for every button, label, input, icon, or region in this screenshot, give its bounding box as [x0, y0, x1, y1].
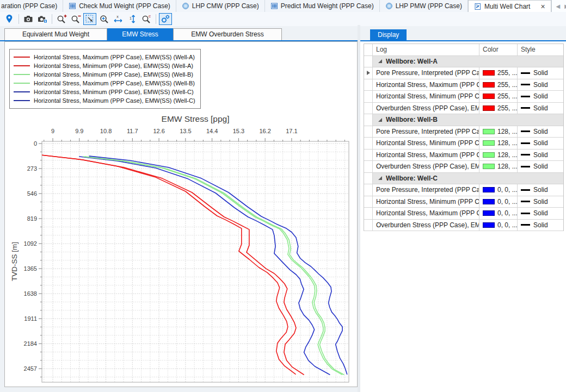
style-cell[interactable]: Solid [518, 196, 563, 208]
log-name-cell: Overburden Stress (PPP Case), EMW(... [373, 103, 479, 114]
view-tab-emw-stress[interactable]: EMW Stress [107, 28, 173, 40]
y-tick-label: 819 [27, 215, 37, 222]
zoom-out-button[interactable] [69, 13, 82, 25]
tab-display[interactable]: Display [370, 29, 407, 41]
log-name-cell: Pore Pressure, Interpreted (PPP Case... [373, 67, 479, 79]
color-value-text: 128, ... [497, 139, 518, 147]
marker-pin-button[interactable] [3, 13, 16, 25]
svg-text:x: x [116, 15, 119, 18]
log-row[interactable]: Horizontal Stress, Minimum (PPP Case...1… [364, 138, 563, 150]
view-tab-emw-overburden-stress[interactable]: EMW Overburden Stress [173, 28, 282, 40]
y-tick-label: 0 [34, 140, 37, 147]
series-curve [79, 157, 330, 375]
reset-zoom-button[interactable]: c [140, 13, 153, 25]
camera-export-button[interactable] [36, 13, 49, 25]
camera-button[interactable] [22, 13, 35, 25]
style-cell[interactable]: Solid [518, 138, 563, 149]
legend-line-sample [14, 91, 30, 92]
row-indicator-cell [364, 184, 373, 196]
row-indicator-cell [364, 114, 373, 126]
log-row[interactable]: Horizontal Stress, Minimum (PPP Case...0… [364, 196, 563, 208]
color-cell[interactable]: 128, ... [479, 138, 518, 149]
fit-x-axis-button[interactable]: x [112, 13, 125, 25]
rubber-band-zoom-button[interactable] [83, 13, 96, 25]
document-tab-bar: aration (PPP Case)Check Mud Weight (PPP … [0, 0, 566, 12]
style-cell[interactable]: Solid [518, 103, 563, 114]
style-cell[interactable]: Solid [518, 91, 563, 102]
color-cell[interactable]: 255, ... [479, 103, 518, 114]
log-row[interactable]: Horizontal Stress, Maximum (PPP Cas...0,… [364, 208, 563, 220]
color-cell[interactable]: 0, 0, ... [479, 184, 518, 196]
x-tick-label: 15.3 [233, 128, 244, 134]
color-cell[interactable]: 0, 0, ... [479, 220, 518, 231]
color-value-text: 0, 0, ... [497, 221, 518, 229]
view-tab-equivalent-mud-weight[interactable]: Equivalent Mud Weight [4, 28, 107, 40]
collapse-triangle-icon[interactable] [378, 59, 382, 63]
style-cell[interactable]: Solid [518, 161, 563, 172]
line-style-sample [521, 201, 530, 202]
style-cell[interactable]: Solid [518, 79, 563, 91]
group-row-wellbore-well-c[interactable]: Wellbore: Well-C [364, 173, 563, 185]
fit-y-axis-button[interactable]: 1 [126, 13, 139, 25]
line-style-label: Solid [533, 69, 548, 77]
y-tick-label: 273 [27, 165, 37, 172]
color-cell[interactable]: 255, ... [479, 79, 518, 91]
log-row[interactable]: Horizontal Stress, Minimum (PPP Case...2… [364, 91, 563, 103]
style-cell[interactable]: Solid [518, 184, 563, 196]
log-row[interactable]: Horizontal Stress, Maximum (PPP Cas...12… [364, 150, 563, 161]
doc-tab-lhp-cmw-ppp-case-[interactable]: LHP CMW (PPP Case) [176, 0, 265, 12]
color-cell[interactable]: 128, ... [479, 150, 518, 161]
group-row-wellbore-well-b[interactable]: Wellbore: Well-B [364, 114, 563, 126]
color-cell[interactable]: 0, 0, ... [479, 208, 518, 219]
log-row[interactable]: Overburden Stress (PPP Case), EMW(...128… [364, 161, 563, 173]
doc-tab-lhp-pmw-ppp-case-[interactable]: LHP PMW (PPP Case) [380, 0, 468, 12]
color-cell[interactable]: 255, ... [479, 91, 518, 102]
color-cell[interactable]: 128, ... [479, 161, 518, 172]
log-row[interactable]: Pore Pressure, Interpreted (PPP Case...2… [364, 67, 563, 79]
color-swatch [483, 140, 495, 146]
row-indicator-cell [364, 196, 373, 208]
svg-text:c: c [149, 14, 151, 18]
log-name-cell: Overburden Stress (PPP Case), EMW(... [373, 220, 479, 231]
color-cell[interactable]: 0, 0, ... [479, 196, 518, 208]
log-row[interactable]: Overburden Stress (PPP Case), EMW(...0, … [364, 220, 563, 232]
log-row[interactable]: Pore Pressure, Interpreted (PPP Case...1… [364, 126, 563, 138]
style-cell[interactable]: Solid [518, 126, 563, 138]
zoom-in-button[interactable] [55, 13, 68, 25]
collapse-triangle-icon[interactable] [378, 118, 382, 122]
column-header-color[interactable]: Color [479, 44, 518, 55]
style-cell[interactable]: Solid [518, 220, 563, 231]
log-row[interactable]: Horizontal Stress, Maximum (PPP Cas...25… [364, 79, 563, 91]
chart-panel: 99.910.811.712.613.514.415.316.217.10273… [4, 41, 358, 387]
line-style-sample [521, 166, 530, 167]
column-header-log[interactable]: Log [373, 44, 479, 55]
row-indicator-cell [364, 126, 373, 138]
style-cell[interactable]: Solid [518, 208, 563, 219]
column-header-style[interactable]: Style [518, 44, 563, 55]
doc-tab-aration-ppp-case-[interactable]: aration (PPP Case) [0, 0, 63, 12]
zoom-custom-button[interactable] [97, 13, 110, 25]
log-row[interactable]: Pore Pressure, Interpreted (PPP Case...0… [364, 184, 563, 196]
series-curve [41, 155, 304, 375]
legend-entry: Horizontal Stress, Maximum (PPP Case), E… [14, 53, 195, 61]
chart-settings-button[interactable] [159, 13, 172, 25]
legend-entry: Horizontal Stress, Maximum (PPP Case), E… [14, 79, 195, 88]
log-name-cell: Pore Pressure, Interpreted (PPP Case... [373, 126, 479, 138]
color-cell[interactable]: 255, ... [479, 67, 518, 79]
doc-tab-multi-well-chart[interactable]: Multi Well Chart× [468, 0, 551, 12]
collapse-triangle-icon[interactable] [378, 176, 382, 180]
doc-tab-check-mud-weight-ppp-case-[interactable]: Check Mud Weight (PPP Case) [63, 0, 176, 12]
log-style-grid: LogColorStyleWellbore: Well-APore Pressu… [364, 43, 564, 231]
style-cell[interactable]: Solid [518, 67, 563, 79]
tab-scroll-left-button[interactable]: ◀ [556, 3, 561, 9]
style-cell[interactable]: Solid [518, 150, 563, 161]
doc-tab-predict-mud-weight-ppp-case-[interactable]: Predict Mud Weight (PPP Case) [265, 0, 380, 12]
chart-settings-icon [160, 14, 171, 24]
tab-close-icon[interactable]: × [540, 3, 545, 10]
sphere-icon [385, 2, 393, 10]
color-cell[interactable]: 128, ... [479, 126, 518, 138]
x-tick-label: 9.9 [75, 128, 83, 134]
log-row[interactable]: Overburden Stress (PPP Case), EMW(...255… [364, 103, 563, 115]
x-tick-label: 13.5 [180, 128, 191, 134]
group-row-wellbore-well-a[interactable]: Wellbore: Well-A [364, 56, 563, 68]
